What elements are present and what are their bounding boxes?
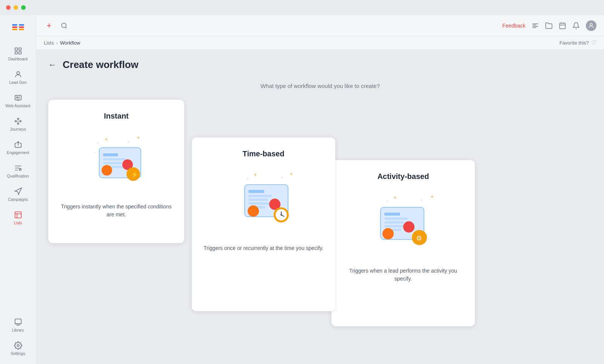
svg-text:+: + [290,171,293,177]
svg-point-16 [17,123,19,125]
activitybased-illustration: ○ + ○ + [364,193,443,255]
sidebar-item-journeys[interactable]: Journeys [0,113,36,135]
topbar-right: Feedback [502,20,596,31]
sidebar-label-lists: Lists [14,221,22,225]
close-dot[interactable] [6,5,11,10]
svg-point-66 [403,221,414,233]
svg-point-34 [102,165,112,176]
svg-point-65 [382,228,394,239]
title-bar [0,0,604,15]
folder-button[interactable] [545,22,553,29]
sidebar-label-journeys: Journeys [10,127,26,131]
svg-rect-45 [248,199,268,201]
maximize-dot[interactable] [21,5,26,10]
svg-text:○: ○ [420,198,422,202]
sidebar-label-campaigns: Campaigns [8,197,28,202]
sidebar-label-leadgen: Lead Gen [9,80,26,85]
sidebar-item-library[interactable]: Library [0,314,36,336]
svg-text:○: ○ [247,176,249,180]
page-header: ← Create workflow [48,59,592,71]
timebased-card-title: Time-based [243,150,285,158]
minimize-dot[interactable] [14,5,18,10]
svg-rect-4 [19,29,24,30]
app-logo[interactable] [10,20,26,36]
heart-icon[interactable]: ♡ [591,39,596,46]
favorite-label: Favorite this? [559,40,589,46]
svg-rect-44 [248,195,272,197]
page-title: Create workflow [63,59,139,71]
svg-point-14 [17,118,19,120]
sidebar-item-lists[interactable]: Lists [0,207,36,229]
breadcrumb-parent[interactable]: Lists [44,40,54,46]
notifications-button[interactable] [572,22,580,29]
svg-text:+: + [137,135,140,140]
svg-rect-3 [19,26,24,28]
svg-point-48 [248,205,259,217]
sidebar-item-campaigns[interactable]: Campaigns [0,184,36,205]
svg-text:+: + [394,195,396,200]
main-content: + Feedback [36,15,604,364]
svg-rect-32 [103,162,122,164]
sidebar-label-settings: Settings [11,351,25,356]
svg-rect-7 [18,48,21,50]
sidebar-item-webassistant[interactable]: Web Assistant [0,90,36,112]
svg-text:+: + [431,194,433,199]
back-button[interactable]: ← [48,60,57,70]
svg-rect-60 [384,213,400,216]
svg-rect-22 [560,23,565,29]
svg-point-12 [16,97,18,98]
svg-rect-46 [248,202,270,205]
svg-rect-6 [15,48,17,50]
sidebar-label-dashboard: Dashboard [8,57,28,61]
sidebar-item-dashboard[interactable]: Dashboard [0,43,36,65]
svg-text:○: ○ [94,151,96,154]
svg-point-15 [20,120,21,122]
svg-text:○: ○ [97,140,99,145]
search-button[interactable] [59,20,69,31]
svg-text:○: ○ [128,140,130,144]
svg-rect-30 [103,153,118,156]
svg-text:⚙: ⚙ [416,234,422,242]
list-view-button[interactable] [532,22,539,29]
app-container: Dashboard Lead Gen Web Assistant [0,15,604,364]
calendar-button[interactable] [559,22,566,29]
sidebar-item-settings[interactable]: Settings [0,338,36,359]
card-instant[interactable]: Instant ○ + ○ + ○ [48,100,184,243]
instant-card-description: Triggers instantly when the specified co… [59,203,174,219]
sidebar-label-engagement: Engagement [7,150,29,155]
svg-rect-0 [12,26,17,28]
svg-point-13 [15,120,16,122]
breadcrumb-separator: › [56,40,58,46]
timebased-card-description: Triggers once or recurrently at the time… [203,244,323,252]
cards-container: Instant ○ + ○ + ○ [48,100,592,326]
svg-point-21 [62,23,66,28]
avatar[interactable] [586,20,596,31]
svg-rect-61 [384,217,408,220]
card-activitybased[interactable]: Activity-based ○ + ○ + [331,160,475,326]
topbar: + Feedback [36,15,604,36]
svg-rect-1 [12,29,17,30]
activitybased-card-title: Activity-based [378,172,429,181]
svg-text:+: + [105,137,108,142]
sidebar-label-webassistant: Web Assistant [5,103,30,108]
add-button[interactable]: + [44,20,54,31]
svg-point-20 [17,344,19,347]
svg-rect-19 [15,319,21,324]
svg-text:○: ○ [280,175,283,179]
breadcrumb-bar: Lists › Workflow Favorite this? ♡ [36,36,604,50]
sidebar-label-qualification: Qualification [7,174,29,178]
sidebar-item-qualification[interactable]: Qualification [0,160,36,182]
sidebar: Dashboard Lead Gen Web Assistant [0,15,36,364]
card-timebased[interactable]: Time-based ○ + ○ + [192,137,335,311]
feedback-link[interactable]: Feedback [502,23,525,29]
svg-rect-8 [15,52,17,54]
svg-text:+: + [254,172,257,177]
activitybased-card-description: Triggers when a lead performs the activi… [342,267,464,283]
timebased-illustration: ○ + ○ + [224,170,303,232]
svg-rect-43 [248,190,264,193]
sidebar-item-engagement[interactable]: Engagement [0,137,36,159]
svg-rect-11 [15,96,21,100]
sidebar-item-leadgen[interactable]: Lead Gen [0,66,36,88]
favorite-area: Favorite this? ♡ [559,39,596,46]
svg-rect-31 [103,158,126,160]
